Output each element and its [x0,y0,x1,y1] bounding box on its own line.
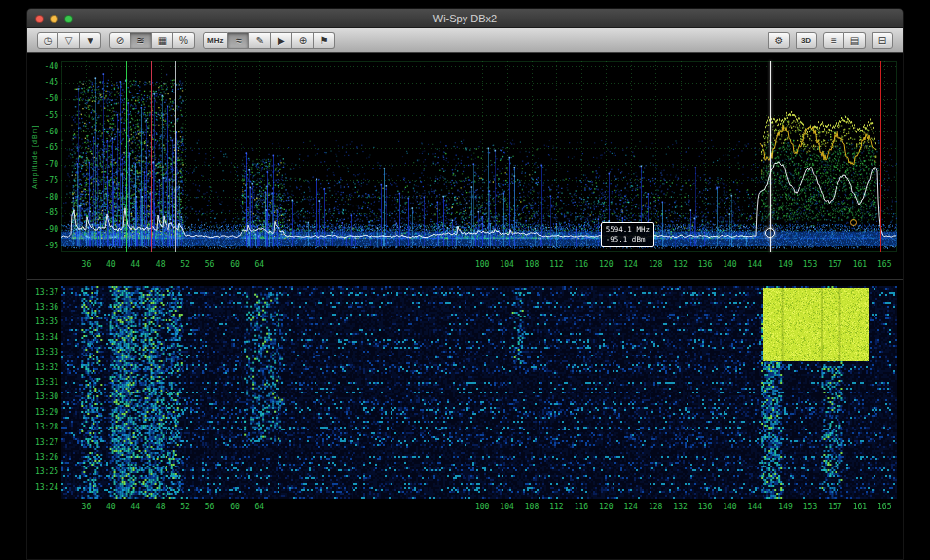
panel-divider[interactable] [27,279,903,280]
time-tick-label: 13:32 [31,363,58,372]
toolbar: ◷▽▼⊘≋▦%MHz≈✎▶⊕⚑ ⚙3D≡▤⊟ [27,28,903,53]
channel-tick-label: 120 [599,260,613,269]
toolbar-button-density-overlay[interactable]: ≋ [130,32,152,49]
amplitude-tick-label: -60 [31,128,58,136]
toolbar-button-settings-gear[interactable]: ⚙ [768,32,790,49]
toolbar-group: 3D [796,32,817,49]
channel-tick-label: 144 [748,260,762,269]
time-tick-label: 13:24 [31,483,58,492]
edge-marker-red[interactable] [880,61,881,252]
time-tick-label: 13:28 [31,423,58,431]
session-marker-green[interactable] [126,61,127,252]
toolbar-group: ⊟ [872,32,893,49]
waterfall-view-plot[interactable] [61,286,897,499]
channel-tick-label: 165 [877,503,891,511]
toolbar-button-playback[interactable]: ▶ [271,32,292,49]
titlebar[interactable]: Wi-Spy DBx2 [27,9,903,28]
channel-tick-label: 116 [575,260,588,269]
channel-tick-label: 40 [106,503,116,511]
time-tick-label: 13:31 [31,378,58,387]
channel-tick-label: 161 [853,503,867,511]
time-tick-label: 13:34 [31,333,58,342]
channel-tick-label: 124 [623,260,637,269]
amplitude-tick-label: -55 [31,111,58,120]
channel-tick-label: 48 [156,260,166,269]
channel-tick-label: 116 [575,503,588,511]
toolbar-group: ⚙ [768,32,790,49]
tooltip-amplitude: -95.1 dBm [606,235,650,244]
time-tick-label: 13:33 [31,348,58,356]
toolbar-button-utilization-overlay[interactable]: % [173,32,195,49]
amplitude-tick-label: -50 [31,94,58,103]
toolbar-button-time-segment[interactable]: ◷ [37,32,58,49]
content-area: Amplitude [dBm] -40-45-50-55-60-65-70-75… [27,53,903,559]
time-tick-label: 13:26 [31,453,58,462]
toolbar-button-flag[interactable]: ⚑ [314,32,335,49]
amplitude-tick-label: -40 [31,62,58,71]
channel-tick-label: 44 [130,260,140,269]
toolbar-button-outline-overlay[interactable]: ▦ [152,32,173,49]
channel-tick-label: 36 [82,260,92,269]
toolbar-group: ◷▽▼ [37,32,101,49]
time-tick-label: 13:36 [31,303,58,312]
channel-tick-label: 128 [649,260,662,269]
time-tick-label: 13:30 [31,392,58,401]
toolbar-group: MHz≈✎▶⊕⚑ [203,32,335,49]
amplitude-axis-title: Amplitude [dBm] [28,61,40,252]
session-marker-red[interactable] [151,61,152,252]
channel-tick-label: 100 [475,503,489,511]
channel-tick-label: 136 [698,260,712,269]
channel-tick-label: 165 [877,260,891,269]
toolbar-button-networks[interactable]: ≈ [228,32,249,49]
toolbar-button-filter-top[interactable]: ▼ [80,32,101,49]
toolbar-button-frequency-units[interactable]: MHz [203,32,228,49]
channel-tick-label: 104 [500,503,513,511]
channel-tick-label: 149 [778,503,792,511]
amplitude-tick-label: -85 [31,208,58,217]
toolbar-left: ◷▽▼⊘≋▦%MHz≈✎▶⊕⚑ [37,32,343,49]
time-tick-label: 13:37 [31,288,58,297]
channel-tick-label: 112 [549,260,563,269]
channel-tick-label: 136 [698,503,712,511]
channel-tick-label: 64 [255,503,265,511]
channel-tick-label: 48 [156,503,166,511]
amplitude-tick-label: -65 [31,143,58,152]
channel-tick-label: 64 [255,260,265,269]
channel-tick-label: 108 [525,260,539,269]
amplitude-tick-label: -70 [31,160,58,168]
channel-tick-label: 108 [525,503,539,511]
channel-tick-label: 144 [748,503,762,511]
tooltip-frequency: 5594.1 MHz [606,225,650,235]
channel-tick-label: 56 [205,260,215,269]
window-title: Wi-Spy DBx2 [27,9,903,28]
channel-tick-label: 56 [205,503,215,511]
spectrum-channel-axis: 3640444852566064100104108112116120124128… [27,260,903,270]
amplitude-tick-label: -80 [31,193,58,202]
channel-tick-label: 161 [853,260,867,269]
session-marker-gray[interactable] [175,61,176,252]
channel-tick-label: 120 [599,503,613,511]
amplitude-tick-label: -90 [31,225,58,234]
time-tick-label: 13:29 [31,408,58,417]
time-tick-label: 13:27 [31,438,58,447]
cursor-line[interactable] [770,61,771,252]
channel-tick-label: 60 [230,503,240,511]
channel-tick-label: 40 [106,260,116,269]
toolbar-button-list-view[interactable]: ≡ [823,32,844,49]
toolbar-button-no-overlay[interactable]: ⊘ [109,32,130,49]
channel-tick-label: 104 [500,260,513,269]
toolbar-button-display-options[interactable]: ⊟ [872,32,893,49]
amplitude-tick-label: -75 [31,176,58,185]
toolbar-button-tile-view[interactable]: ▤ [844,32,866,49]
channel-tick-label: 157 [828,503,841,511]
amplitude-tick-label: -95 [31,242,58,250]
channel-tick-label: 52 [180,503,190,511]
channel-tick-label: 112 [549,503,563,511]
toolbar-button-3d-view[interactable]: 3D [796,32,817,49]
channel-tick-label: 60 [230,260,240,269]
toolbar-button-filter[interactable]: ▽ [58,32,80,49]
toolbar-button-inspector[interactable]: ⊕ [292,32,314,49]
toolbar-button-annotate[interactable]: ✎ [249,32,271,49]
time-tick-label: 13:25 [31,467,58,476]
channel-tick-label: 124 [623,503,637,511]
